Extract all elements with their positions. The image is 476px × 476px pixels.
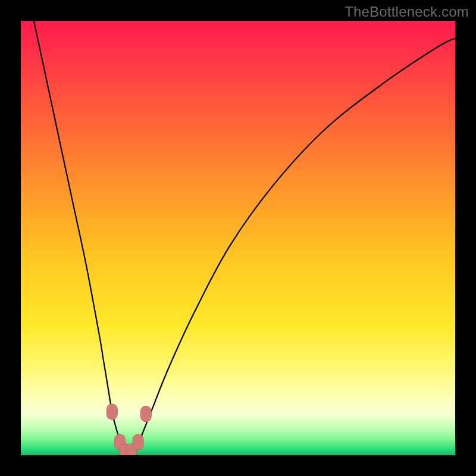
- heat-gradient: [21, 21, 455, 455]
- plot-area: [21, 21, 455, 455]
- watermark-text: TheBottleneck.com: [345, 4, 469, 20]
- gradient-rect: [21, 21, 455, 455]
